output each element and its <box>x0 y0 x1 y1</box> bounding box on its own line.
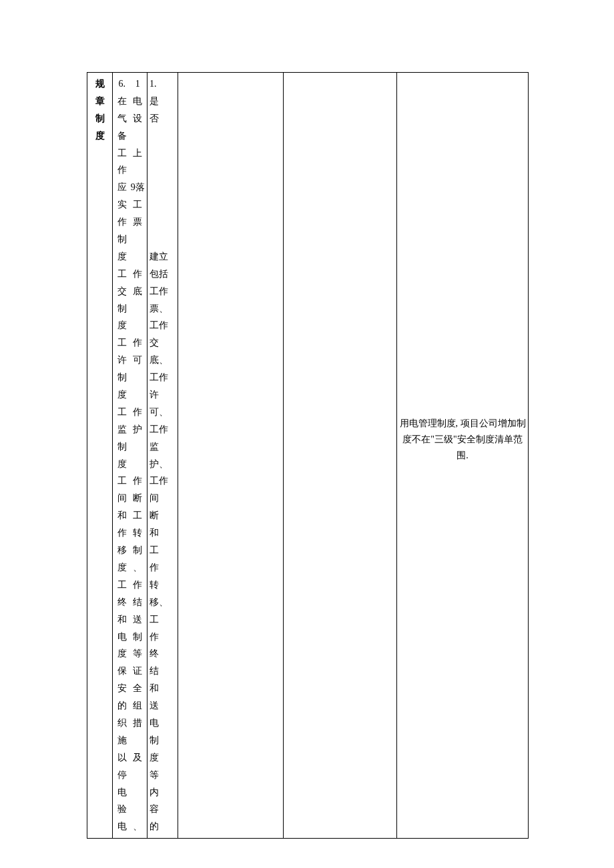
clause-text-left: 6.在气备工作应实作制度工交制度工许制度工监制度工间和作移度工终和电度保安的织施… <box>114 75 130 835</box>
clause-text-right: 1电设 上 9落工票 作底 作可 作护 作断工转制、作结送制等证全组措 及 、 <box>130 75 146 835</box>
criteria-text: 1.是否 建立包括工作票、工作交底、工作许可、工作监护、工作间断和工作转移、工作… <box>149 75 176 835</box>
cell-category: 规章制度 <box>87 73 113 839</box>
cell-clause: 6.在气备工作应实作制度工交制度工许制度工监制度工间和作移度工终和电度保安的织施… <box>113 73 147 839</box>
cell-criteria: 1.是否 建立包括工作票、工作交底、工作许可、工作监护、工作间断和工作转移、工作… <box>147 73 178 839</box>
cell-empty-2 <box>284 73 397 839</box>
main-table: 规章制度 6.在气备工作应实作制度工交制度工许制度工监制度工间和作移度工终和电度… <box>87 72 529 839</box>
remark-text: 用电管理制度, 项目公司增加制度不在"三级"安全制度清单范围. <box>398 75 527 463</box>
cell-empty-1 <box>178 73 284 839</box>
document-page: 规章制度 6.在气备工作应实作制度工交制度工许制度工监制度工间和作移度工终和电度… <box>87 72 528 796</box>
category-label: 规章制度 <box>89 75 111 145</box>
table-row: 规章制度 6.在气备工作应实作制度工交制度工许制度工监制度工间和作移度工终和电度… <box>87 73 529 839</box>
cell-remark: 用电管理制度, 项目公司增加制度不在"三级"安全制度清单范围. <box>397 73 529 839</box>
